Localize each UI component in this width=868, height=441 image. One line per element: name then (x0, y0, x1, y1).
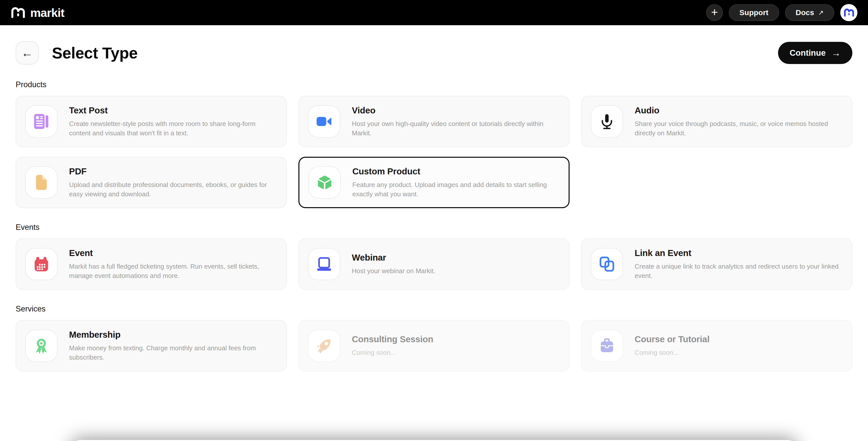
video-icon (308, 105, 340, 137)
card-description: Upload and distribute professional docum… (69, 180, 277, 199)
card-event[interactable]: EventMarkit has a full fledged ticketing… (16, 239, 287, 290)
section-label-services: Services (16, 305, 852, 314)
consulting-icon (308, 329, 340, 362)
card-text: WebinarHost your webinar on Markit. (352, 252, 435, 276)
audio-icon (591, 105, 623, 137)
custom-product-icon (309, 166, 341, 198)
markit-logo-icon (10, 6, 25, 19)
sections: Products Text PostCreate newsletter-styl… (16, 80, 852, 372)
bottom-sheet-shadow (71, 440, 797, 441)
card-description: Feature any product. Upload images and a… (352, 180, 559, 199)
page-title: Select Type (52, 44, 778, 62)
card-title: Text Post (69, 105, 277, 116)
card-audio[interactable]: AudioShare your voice through podcasts, … (581, 96, 852, 147)
card-text: VideoHost your own high-quality video co… (352, 105, 560, 138)
card-description: Host your webinar on Markit. (352, 266, 435, 276)
card-link-an-event[interactable]: Link an EventCreate a unique link to tra… (581, 239, 852, 290)
avatar-markit-icon (843, 8, 854, 17)
card-text: EventMarkit has a full fledged ticketing… (69, 248, 277, 281)
card-custom-product[interactable]: Custom ProductFeature any product. Uploa… (299, 157, 569, 208)
support-button-label: Support (740, 8, 769, 17)
cards-grid-services: MembershipMake money from texting. Charg… (16, 320, 852, 372)
card-description: Markit has a full fledged ticketing syst… (69, 262, 277, 281)
card-title: PDF (69, 166, 277, 177)
brand[interactable]: markit (10, 6, 64, 20)
card-video[interactable]: VideoHost your own high-quality video co… (299, 96, 569, 147)
card-text: AudioShare your voice through podcasts, … (634, 105, 843, 138)
card-pdf[interactable]: PDFUpload and distribute professional do… (16, 157, 287, 208)
card-title: Membership (69, 329, 277, 340)
card-title: Event (69, 248, 277, 258)
course-icon (591, 329, 623, 362)
pdf-icon (25, 166, 58, 198)
card-webinar[interactable]: WebinarHost your webinar on Markit. (299, 239, 569, 290)
card-title: Link an Event (634, 248, 843, 258)
topbar: markit + Support Docs ↗ (0, 0, 868, 25)
section-label-events: Events (16, 223, 852, 232)
card-title: Audio (634, 105, 843, 116)
card-description: Create a unique link to track analytics … (634, 262, 843, 281)
continue-button-label: Continue (789, 48, 826, 58)
user-avatar[interactable] (840, 4, 858, 21)
select-type-page: ← Select Type Continue → Products Text P… (0, 41, 868, 372)
section-label-products: Products (16, 80, 852, 89)
card-title: Course or Tutorial (634, 334, 710, 344)
card-consulting-session: Consulting SessionComing soon... (299, 320, 569, 372)
docs-button-label: Docs (796, 8, 814, 17)
support-button[interactable]: Support (729, 4, 779, 21)
card-text: PDFUpload and distribute professional do… (69, 166, 277, 199)
card-description: Coming soon... (352, 348, 433, 357)
docs-button[interactable]: Docs ↗ (785, 4, 834, 21)
membership-icon (25, 329, 58, 362)
card-text: Course or TutorialComing soon... (634, 334, 710, 357)
arrow-right-icon: → (831, 48, 841, 59)
card-course-or-tutorial: Course or TutorialComing soon... (581, 320, 852, 372)
cards-grid-events: EventMarkit has a full fledged ticketing… (16, 239, 852, 290)
continue-button[interactable]: Continue → (778, 42, 852, 64)
create-new-button[interactable]: + (706, 4, 723, 21)
card-title: Custom Product (352, 166, 559, 177)
text-post-icon (25, 105, 58, 137)
webinar-icon (308, 248, 340, 280)
card-text: MembershipMake money from texting. Charg… (69, 329, 277, 362)
topbar-actions: + Support Docs ↗ (706, 4, 858, 21)
card-description: Create newsletter-style posts with more … (69, 119, 277, 138)
external-link-icon: ↗ (818, 9, 824, 17)
card-description: Host your own high-quality video content… (352, 119, 560, 138)
card-text: Text PostCreate newsletter-style posts w… (69, 105, 277, 138)
card-text: Link an EventCreate a unique link to tra… (634, 248, 843, 281)
card-text: Custom ProductFeature any product. Uploa… (352, 166, 559, 199)
card-title: Video (352, 105, 560, 116)
card-text: Consulting SessionComing soon... (352, 334, 433, 357)
cards-grid-products: Text PostCreate newsletter-style posts w… (16, 96, 852, 208)
back-arrow-icon: ← (22, 47, 33, 59)
card-description: Make money from texting. Charge monthly … (69, 344, 277, 362)
card-description: Coming soon... (634, 348, 710, 357)
plus-icon: + (711, 6, 718, 18)
link-event-icon (591, 248, 623, 280)
brand-name: markit (30, 6, 64, 20)
back-button[interactable]: ← (16, 41, 39, 64)
card-text-post[interactable]: Text PostCreate newsletter-style posts w… (16, 96, 287, 147)
card-title: Webinar (352, 252, 435, 262)
card-membership[interactable]: MembershipMake money from texting. Charg… (16, 320, 287, 372)
event-icon (25, 248, 58, 280)
card-title: Consulting Session (352, 334, 433, 344)
card-description: Share your voice through podcasts, music… (634, 119, 843, 138)
page-header: ← Select Type Continue → (16, 41, 852, 64)
